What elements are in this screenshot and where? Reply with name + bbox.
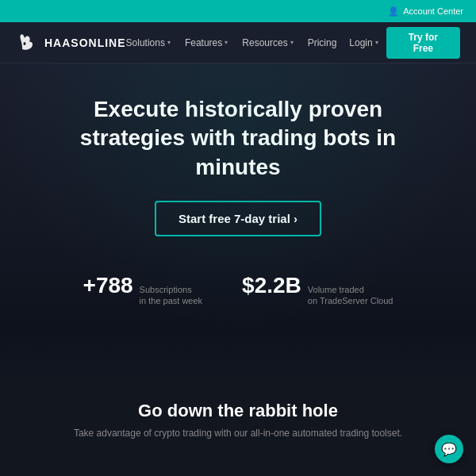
stat-subscriptions-number: +788 <box>83 273 133 298</box>
bottom-row: Powerful crypto trade bots Forget black-… <box>0 470 476 476</box>
nav-actions: Login ▾ Try for Free <box>349 27 460 59</box>
svg-point-0 <box>24 42 26 45</box>
section-divider <box>0 331 476 378</box>
stat-volume-number: $2.2B <box>242 273 301 298</box>
nav-pricing[interactable]: Pricing <box>308 37 337 48</box>
logo-area[interactable]: HAASONLINE <box>16 32 126 54</box>
hero-section: Execute historically proven strategies w… <box>0 63 476 331</box>
logo-text: HAASONLINE <box>44 36 126 49</box>
stat-subscriptions-label: Subscriptions in the past week <box>140 284 203 307</box>
features-label: Features <box>185 37 222 48</box>
login-label: Login <box>349 37 372 48</box>
stat-volume: $2.2B Volume traded on TradeServer Cloud <box>242 273 393 307</box>
rabbit-hole-title: Go down the rabbit hole <box>16 401 460 421</box>
login-button[interactable]: Login ▾ <box>349 37 378 48</box>
account-center-link[interactable]: 👤 Account Center <box>388 6 463 17</box>
nav-solutions[interactable]: Solutions ▾ <box>126 37 171 48</box>
resources-chevron-icon: ▾ <box>290 39 294 46</box>
stat-volume-label: Volume traded on TradeServer Cloud <box>308 284 393 307</box>
account-center-label: Account Center <box>403 6 463 16</box>
logo-rabbit-icon <box>16 32 38 54</box>
top-bar: 👤 Account Center <box>0 0 476 22</box>
resources-label: Resources <box>242 37 287 48</box>
solutions-chevron-icon: ▾ <box>167 39 171 46</box>
nav-resources[interactable]: Resources ▾ <box>242 37 293 48</box>
nav-features[interactable]: Features ▾ <box>185 37 228 48</box>
stat-subscriptions: +788 Subscriptions in the past week <box>83 273 203 307</box>
cta-button[interactable]: Start free 7-day trial › <box>155 201 321 236</box>
stats-row: +788 Subscriptions in the past week $2.2… <box>16 273 460 307</box>
try-free-button[interactable]: Try for Free <box>386 27 460 59</box>
nav-links: Solutions ▾ Features ▾ Resources ▾ Prici… <box>126 37 337 48</box>
chat-button[interactable]: 💬 <box>435 435 463 463</box>
account-icon: 👤 <box>388 6 399 17</box>
pricing-label: Pricing <box>308 37 337 48</box>
features-chevron-icon: ▾ <box>225 39 228 46</box>
chat-icon: 💬 <box>441 442 457 457</box>
rabbit-hole-section: Go down the rabbit hole Take advantage o… <box>0 378 476 470</box>
navbar: HAASONLINE Solutions ▾ Features ▾ Resour… <box>0 22 476 63</box>
solutions-label: Solutions <box>126 37 165 48</box>
rabbit-hole-subtitle: Take advantage of crypto trading with ou… <box>16 428 460 439</box>
login-chevron-icon: ▾ <box>375 39 378 46</box>
hero-title: Execute historically proven strategies w… <box>48 95 428 182</box>
